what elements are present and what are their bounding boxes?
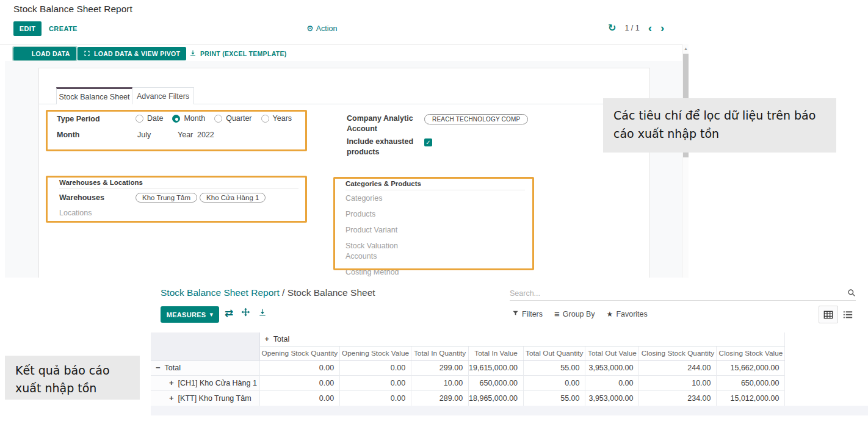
scroll-up-icon[interactable]: [683, 46, 689, 51]
column-header[interactable]: Opening Stock Quantity: [259, 346, 340, 360]
gear-icon: [306, 24, 314, 33]
radio-quarter[interactable]: Quarter: [214, 114, 251, 123]
create-button[interactable]: CREATE: [49, 25, 78, 32]
radio-month-dot[interactable]: [172, 115, 180, 123]
search-input[interactable]: [510, 289, 847, 298]
breadcrumb-current: Stock Balance Sheet: [288, 287, 375, 298]
locations-label[interactable]: Locations: [59, 209, 92, 217]
cell: 0.00: [340, 390, 411, 406]
column-header[interactable]: Total In Value: [469, 346, 524, 360]
tab-advance-filters[interactable]: Advance Filters: [132, 87, 194, 104]
cell: 0.00: [340, 360, 411, 375]
radio-years[interactable]: Years: [261, 114, 292, 123]
column-header[interactable]: Closing Stock Value: [717, 346, 785, 360]
column-header[interactable]: Total Out Value: [585, 346, 639, 360]
cell: 0.00: [259, 375, 340, 390]
column-group-total[interactable]: +Total: [259, 332, 785, 346]
stock-valuation-accounts-field[interactable]: Stock Valuation Accounts: [345, 241, 426, 262]
screen: Stock Balance Sheet Report EDIT CREATE A…: [0, 0, 868, 424]
year-value[interactable]: 2022: [197, 131, 214, 139]
page-title: Stock Balance Sheet Report: [13, 4, 132, 15]
flip-axis-icon[interactable]: [225, 308, 233, 318]
pivot-table: +Total Opening Stock Quantity Opening St…: [151, 332, 785, 406]
warehouses-divider: [59, 189, 298, 189]
column-header[interactable]: Total Out Quantity: [524, 346, 585, 360]
warehouses-label: Warehouses: [59, 193, 104, 202]
form-scrollbar[interactable]: [682, 44, 689, 278]
month-value[interactable]: July: [137, 131, 151, 139]
radio-date[interactable]: Date: [136, 114, 163, 123]
expand-row-icon[interactable]: +: [169, 393, 174, 403]
measures-button[interactable]: MEASURES: [161, 306, 219, 323]
radio-quarter-dot[interactable]: [214, 115, 222, 123]
cell: 0.00: [259, 390, 340, 406]
view-switcher: [819, 306, 858, 323]
caret-down-icon: [209, 311, 213, 318]
load-data-button[interactable]: LOAD DATA: [13, 47, 76, 60]
edit-button[interactable]: EDIT: [13, 21, 42, 36]
cell: 55.00: [524, 360, 585, 375]
filter-criteria-note: Các tiêu chí để lọc dữ liệu trên báo cáo…: [603, 98, 836, 153]
list-icon: [843, 311, 853, 318]
row-header-total[interactable]: −Total: [151, 360, 259, 375]
cell: 650,000.00: [469, 375, 524, 390]
product-variant-field[interactable]: Product Variant: [345, 225, 426, 235]
warehouse-tag[interactable]: Kho Cửa Hàng 1: [200, 193, 266, 203]
type-period-radios: Date Month Quarter Years: [136, 114, 292, 123]
warehouse-tag[interactable]: Kho Trung Tâm: [136, 193, 197, 203]
row-header-ktt[interactable]: +[KTT] Kho Trung Tâm: [151, 390, 259, 406]
star-icon: [607, 311, 613, 318]
pivot-corner-cell: [151, 332, 259, 360]
search-bar: [510, 287, 856, 301]
include-exhausted-label-1: Include exhausted: [347, 137, 413, 146]
categories-field[interactable]: Categories: [345, 193, 426, 204]
tab-stock-balance-sheet[interactable]: Stock Balance Sheet: [56, 87, 132, 104]
print-excel-button[interactable]: PRINT (EXCEL TEMPLATE): [189, 47, 287, 60]
search-icon[interactable]: [847, 289, 856, 299]
favorites-menu[interactable]: Favorites: [607, 310, 648, 318]
table-footer-strip: [151, 406, 868, 415]
cell: 0.00: [259, 360, 340, 375]
expand-icon: [84, 50, 90, 58]
load-data-view-pivot-button[interactable]: LOAD DATA & VIEW PIVOT: [78, 47, 186, 60]
products-field[interactable]: Products: [345, 209, 426, 220]
download-pivot-icon[interactable]: [258, 308, 267, 318]
pager-next-icon[interactable]: ›: [660, 24, 664, 32]
radio-years-dot[interactable]: [261, 115, 269, 123]
cell: 0.00: [585, 375, 639, 390]
company-analytic-label-1: Company Analytic: [347, 114, 413, 123]
cell: 3,953,000.00: [585, 360, 639, 375]
list-view-button[interactable]: [838, 306, 858, 323]
action-menu[interactable]: Action: [306, 24, 337, 33]
include-exhausted-checkbox[interactable]: [424, 138, 432, 146]
action-label: Action: [316, 24, 338, 33]
refresh-icon[interactable]: [608, 23, 616, 33]
collapse-row-icon[interactable]: −: [156, 363, 161, 372]
company-analytic-tag[interactable]: REACH TECHNOLOGY COMP: [424, 114, 528, 124]
costing-method-field[interactable]: Costing Method: [345, 267, 426, 278]
breadcrumb-parent[interactable]: Stock Balance Sheet Report: [161, 287, 280, 298]
pager-previous-icon[interactable]: ‹: [648, 24, 652, 32]
row-header-ch1[interactable]: +[CH1] Kho Cửa Hàng 1: [151, 375, 259, 390]
cell: 289.00: [411, 390, 469, 406]
expand-column-icon[interactable]: +: [265, 335, 269, 343]
column-header[interactable]: Closing Stock Quantity: [639, 346, 717, 360]
expand-all-icon[interactable]: [241, 307, 250, 318]
cell: 10.00: [411, 375, 469, 390]
column-header[interactable]: Opening Stock Value: [340, 346, 411, 360]
group-by-icon: [554, 309, 560, 319]
reload-icon: [20, 49, 28, 59]
radio-month[interactable]: Month: [172, 114, 205, 123]
pivot-view-button[interactable]: [819, 306, 838, 323]
expand-row-icon[interactable]: +: [169, 378, 174, 387]
group-by-menu[interactable]: Group By: [554, 309, 595, 319]
table-row-total: −Total 0.00 0.00 299.00 19,615,000.00 55…: [151, 360, 785, 375]
year-label: Year: [178, 131, 193, 139]
column-header[interactable]: Total In Quantity: [411, 346, 469, 360]
search-controls: Filters Group By Favorites: [512, 309, 648, 319]
filters-menu[interactable]: Filters: [512, 310, 543, 318]
grid-icon: [823, 311, 833, 319]
warehouses-group-title: Warehouses & Locations: [59, 179, 143, 186]
radio-date-dot[interactable]: [136, 115, 143, 123]
categories-field-list: Categories Products Product Variant Stoc…: [345, 193, 426, 283]
